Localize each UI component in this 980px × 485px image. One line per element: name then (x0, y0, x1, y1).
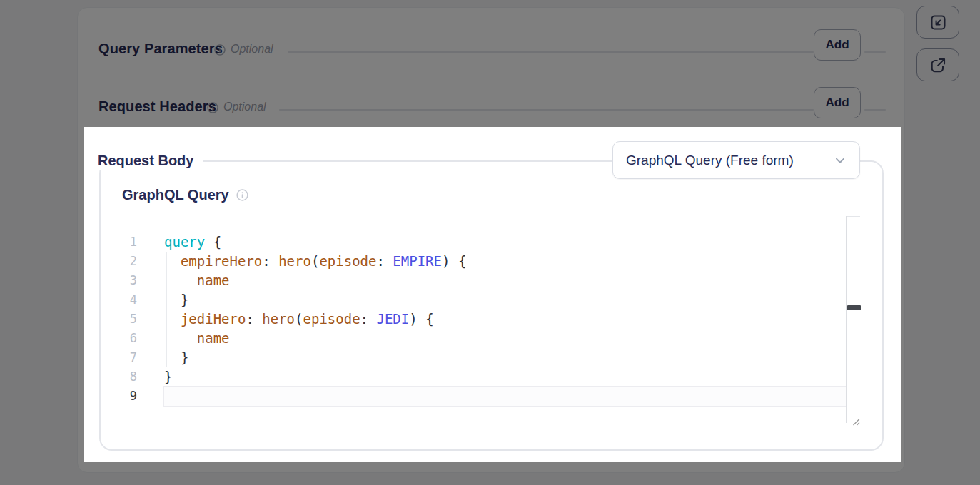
code-text: } (164, 348, 846, 367)
code-text (164, 387, 846, 406)
code-text: } (164, 367, 846, 387)
line-number: 1 (84, 233, 137, 252)
code-text: } (164, 290, 846, 310)
code-text: name (164, 271, 846, 290)
code-line[interactable]: 2 empireHero: hero(episode: EMPIRE) { (84, 252, 846, 271)
line-number: 2 (84, 252, 137, 271)
request-body-section: Request Body GraphQL Query (Free form) G… (84, 127, 901, 462)
code-line[interactable]: 3 name (84, 271, 846, 290)
code-text: query { (164, 233, 846, 252)
code-line[interactable]: 7 } (84, 348, 846, 367)
chevron-down-icon (832, 153, 848, 168)
editor-scrollbar-track-top (846, 216, 860, 217)
graphql-query-info-icon[interactable] (236, 189, 248, 201)
graphql-query-label: GraphQL Query (122, 187, 229, 203)
textarea-resize-handle[interactable] (849, 415, 861, 427)
line-number: 3 (84, 271, 137, 290)
body-type-select[interactable]: GraphQL Query (Free form) (612, 141, 860, 179)
line-number: 6 (84, 329, 137, 348)
graphql-code-editor[interactable]: 1query {2 empireHero: hero(episode: EMPI… (84, 233, 846, 406)
line-number: 8 (84, 367, 137, 387)
code-line[interactable]: 4 } (84, 290, 846, 310)
code-line[interactable]: 5 jediHero: hero(episode: JEDI) { (84, 310, 846, 329)
request-body-title: Request Body (93, 151, 203, 170)
editor-scrollbar-track[interactable] (846, 216, 847, 423)
code-line[interactable]: 9 (84, 387, 846, 406)
code-line[interactable]: 1query { (84, 233, 846, 252)
editor-scrollbar-thumb[interactable] (847, 305, 861, 310)
line-number: 7 (84, 348, 137, 367)
line-number: 9 (84, 387, 137, 406)
line-number: 4 (84, 290, 137, 310)
indent-guide (166, 252, 167, 367)
code-text: jediHero: hero(episode: JEDI) { (164, 310, 846, 329)
body-type-select-value: GraphQL Query (Free form) (626, 153, 794, 168)
code-text: empireHero: hero(episode: EMPIRE) { (164, 252, 846, 271)
code-text: name (164, 329, 846, 348)
code-line[interactable]: 6 name (84, 329, 846, 348)
code-lines: 1query {2 empireHero: hero(episode: EMPI… (84, 233, 846, 406)
code-line[interactable]: 8} (84, 367, 846, 387)
line-number: 5 (84, 310, 137, 329)
